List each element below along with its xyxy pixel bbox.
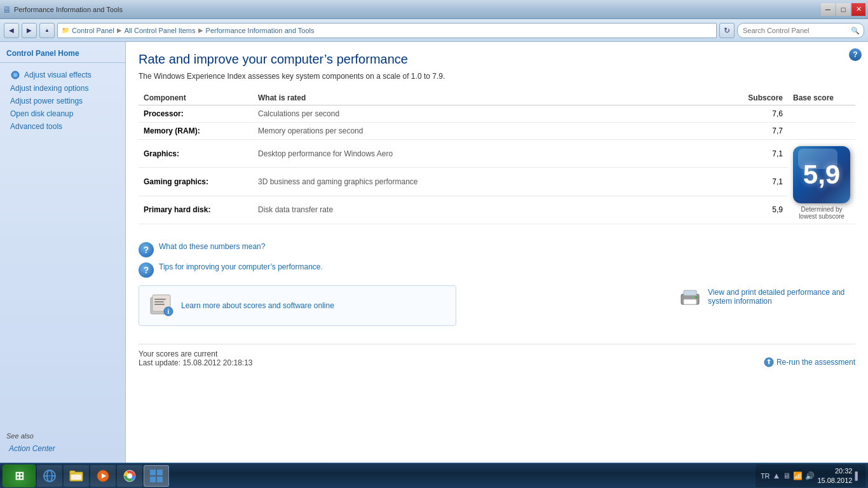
sidebar-item-visual-effects[interactable]: Adjust visual effects	[0, 68, 125, 82]
visual-effects-icon	[11, 71, 20, 79]
col-subscore: Subscore	[712, 91, 788, 105]
sidebar-item-indexing[interactable]: Adjust indexing options	[0, 82, 125, 95]
learn-more-link[interactable]: Learn more about scores and software onl…	[181, 301, 334, 310]
tips-link[interactable]: Tips for improving your computer’s perfo…	[159, 262, 323, 271]
control-panel-icon	[149, 468, 164, 484]
row-memory-score: 7,7	[712, 123, 788, 140]
row-processor-base	[788, 105, 855, 123]
close-button[interactable]: ✕	[851, 3, 865, 16]
systray-lang: TR	[761, 472, 770, 480]
see-also-section: See also Action Center	[0, 424, 125, 458]
link-item-tips: ? Tips for improving your computer’s per…	[139, 262, 855, 278]
sidebar-section: Adjust visual effects Adjust indexing op…	[0, 68, 125, 133]
row-disk-rated: Disk data transfer rate	[253, 196, 712, 224]
table-wrapper: Component What is rated Subscore Base sc…	[139, 91, 855, 234]
path-control-panel[interactable]: Control Panel	[72, 27, 114, 34]
row-disk-score: 5,9	[712, 196, 788, 224]
actions-row: i Learn more about scores and software o…	[139, 285, 855, 336]
content-area: ? Rate and improve your computer’s perfo…	[126, 42, 868, 463]
clock-date: 15.08.2012	[817, 476, 852, 485]
row-processor-label: Processor:	[139, 105, 253, 123]
question-icon-1: ?	[139, 242, 154, 257]
sidebar: Control Panel Home Adjust visual effects…	[0, 42, 126, 463]
svg-rect-26	[157, 470, 163, 475]
refresh-button[interactable]: ↻	[719, 23, 735, 38]
sidebar-divider	[0, 62, 125, 63]
title-bar-text: Performance Information and Tools	[14, 6, 123, 13]
sidebar-item-advanced-tools[interactable]: Advanced tools	[0, 120, 125, 133]
table-row: Memory (RAM): Memory operations per seco…	[139, 123, 855, 140]
sidebar-action-center[interactable]: Action Center	[6, 442, 119, 455]
windows-security-icon	[764, 357, 774, 367]
view-print-section: View and print detailed performance and …	[677, 285, 855, 308]
help-button[interactable]: ?	[849, 48, 862, 61]
back-button[interactable]: ◀	[4, 23, 19, 38]
search-box-wrapper: 🔍	[737, 23, 864, 38]
ie-icon: e	[42, 468, 57, 484]
view-print-link[interactable]: View and print detailed performance and …	[708, 288, 855, 306]
sidebar-item-power[interactable]: Adjust power settings	[0, 95, 125, 107]
svg-rect-11	[684, 299, 696, 304]
svg-rect-20	[71, 475, 81, 480]
learn-more-icon: i	[149, 294, 173, 318]
row-memory-label: Memory (RAM):	[139, 123, 253, 140]
media-player-icon	[95, 468, 111, 484]
printer-icon	[677, 285, 703, 308]
base-score-display: 5,9 Determined by lowest subscore	[793, 146, 850, 220]
last-update-text: Last update: 15.08.2012 20:18:13	[139, 358, 253, 367]
path-all-items[interactable]: All Control Panel Items	[125, 27, 196, 34]
maximize-button[interactable]: □	[836, 3, 850, 16]
taskbar-control-panel[interactable]	[144, 465, 169, 487]
clock-time: 20:32	[817, 466, 852, 475]
systray-network-icon: 🖥	[783, 471, 790, 480]
forward-button[interactable]: ▶	[22, 23, 37, 38]
svg-rect-4	[154, 299, 166, 300]
sidebar-item-disk-cleanup[interactable]: Open disk cleanup	[0, 107, 125, 120]
search-input[interactable]	[743, 27, 848, 34]
base-score-box: 5,9	[793, 146, 850, 203]
title-bar: 🖥 Performance Information and Tools ─ □ …	[0, 0, 868, 19]
row-processor-rated: Calculations per second	[253, 105, 712, 123]
start-button[interactable]: ⊞	[3, 464, 36, 487]
svg-rect-27	[150, 477, 156, 482]
taskbar-media[interactable]	[90, 465, 116, 487]
minimize-button[interactable]: ─	[821, 3, 835, 16]
address-path: 📁 Control Panel ▶ All Control Panel Item…	[57, 23, 717, 38]
page-description: The Windows Experience Index assesses ke…	[139, 72, 855, 81]
svg-point-24	[127, 473, 132, 478]
row-graphics-base: 5,9 Determined by lowest subscore	[788, 140, 855, 224]
path-performance[interactable]: Performance Information and Tools	[206, 27, 315, 34]
svg-rect-28	[157, 477, 163, 482]
what-numbers-link[interactable]: What do these numbers mean?	[159, 242, 265, 251]
svg-text:e: e	[48, 473, 51, 480]
address-bar: ◀ ▶ ▲ 📁 Control Panel ▶ All Control Pane…	[0, 19, 868, 42]
taskbar: ⊞ e	[0, 463, 868, 488]
see-also-label: See also	[6, 432, 119, 440]
title-bar-left: 🖥 Performance Information and Tools	[3, 4, 123, 15]
row-gaming-label: Gaming graphics:	[139, 168, 253, 196]
taskbar-ie[interactable]: e	[37, 465, 62, 487]
col-component: Component	[139, 91, 253, 105]
svg-text:i: i	[168, 308, 170, 315]
taskbar-explorer[interactable]	[64, 465, 89, 487]
performance-table: Component What is rated Subscore Base sc…	[139, 91, 855, 224]
up-button[interactable]: ▲	[39, 23, 55, 38]
svg-point-12	[695, 296, 698, 299]
svg-rect-5	[154, 301, 164, 302]
show-desktop-button[interactable]: ▌	[855, 471, 860, 480]
sidebar-home[interactable]: Control Panel Home	[0, 47, 125, 60]
table-row: Gaming graphics: 3D business and gaming …	[139, 168, 855, 196]
systray-up-icon: ▲	[773, 471, 781, 480]
taskbar-chrome[interactable]	[117, 465, 142, 487]
title-bar-buttons: ─ □ ✕	[821, 3, 865, 16]
rerun-link[interactable]: Re-run the assessment	[764, 357, 855, 367]
svg-rect-25	[150, 470, 156, 475]
footer-status: Your scores are current Last update: 15.…	[139, 349, 253, 367]
clock: 20:32 15.08.2012	[817, 466, 852, 485]
systray: TR ▲ 🖥 📶 🔊 20:32 15.08.2012 ▌	[756, 464, 865, 487]
table-row: Graphics: Desktop performance for Window…	[139, 140, 855, 168]
base-score-label: Determined by lowest subscore	[793, 206, 850, 220]
page-title: Rate and improve your computer’s perform…	[139, 52, 855, 67]
table-row: Processor: Calculations per second 7,6	[139, 105, 855, 123]
link-item-numbers: ? What do these numbers mean?	[139, 242, 855, 257]
